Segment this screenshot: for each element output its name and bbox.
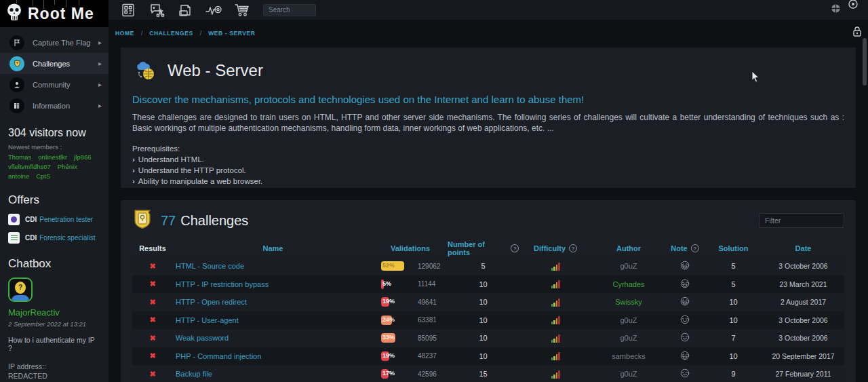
challenge-table: ✖HTML - Source code52%1290625g0uZ53 Octo… bbox=[132, 257, 844, 382]
logo[interactable]: Root Me bbox=[0, 0, 108, 27]
note-cell bbox=[665, 351, 705, 362]
challenge-link[interactable]: HTTP - User-agent bbox=[176, 316, 239, 324]
validation-percent-badge: 17% bbox=[381, 369, 408, 379]
author-link[interactable]: g0uZ bbox=[620, 262, 637, 270]
name-cell: HTTP - User-agent bbox=[173, 316, 373, 324]
chevron-right-icon: ▸ bbox=[98, 102, 102, 109]
difficulty-icon bbox=[551, 316, 560, 324]
date-cell: 20 September 2017 bbox=[762, 352, 844, 360]
note-emoticon-smile bbox=[680, 315, 690, 326]
help-icon[interactable]: ? bbox=[691, 244, 699, 252]
column-header-validations[interactable]: Validations bbox=[373, 244, 448, 252]
offer-item[interactable]: CDI Penetration tester bbox=[8, 214, 100, 225]
challenge-link[interactable]: PHP - Command injection bbox=[176, 352, 261, 360]
validation-percent-badge: 5% bbox=[381, 280, 408, 289]
table-row: ✖PHP - Command injection19%4823710sambec… bbox=[132, 347, 844, 366]
solution-cell: 5 bbox=[705, 262, 762, 270]
flag-icon bbox=[9, 35, 24, 50]
chat-username[interactable]: MajorReactiv bbox=[8, 307, 60, 318]
sidebar-item-capture-the-flag[interactable]: Capture The Flag ▸ bbox=[0, 32, 108, 53]
chat-message: How to i authenticate my IP ? bbox=[8, 336, 100, 352]
sidebar-item-information[interactable]: Information ▸ bbox=[0, 95, 108, 116]
points-cell: 5 bbox=[448, 262, 519, 270]
challenge-link[interactable]: HTML - Source code bbox=[176, 262, 244, 270]
chat-timestamp: 2 September 2022 at 13:21 bbox=[8, 320, 100, 328]
validation-percent-badge: 33% bbox=[381, 333, 408, 343]
breadcrumb-home[interactable]: HOME bbox=[115, 30, 134, 37]
author-link[interactable]: Swissky bbox=[615, 298, 642, 306]
column-header-difficulty[interactable]: Difficulty? bbox=[519, 244, 592, 252]
breadcrumb-challenges[interactable]: CHALLENGES bbox=[149, 30, 193, 37]
solution-cell: 7 bbox=[705, 334, 762, 342]
author-link[interactable]: sambecks bbox=[612, 352, 646, 360]
search-input[interactable] bbox=[263, 4, 316, 16]
help-icon[interactable]: ? bbox=[511, 244, 519, 252]
avatar-face: ? bbox=[15, 282, 26, 294]
column-header-author[interactable]: Author bbox=[592, 244, 665, 252]
solution-cell: 9 bbox=[705, 370, 762, 378]
member-link[interactable]: Phénix bbox=[58, 163, 77, 170]
page-scrollbar[interactable] bbox=[863, 38, 867, 85]
notebook-icon[interactable] bbox=[176, 2, 194, 18]
solution-cell: 10 bbox=[705, 316, 762, 324]
sidebar-item-challenges[interactable]: Challenges ▸ bbox=[0, 53, 108, 74]
qr-badge-icon[interactable] bbox=[119, 2, 137, 18]
difficulty-icon bbox=[551, 280, 560, 288]
result-cell: ✖ bbox=[132, 298, 173, 307]
circle-dot-icon[interactable] bbox=[848, 0, 859, 12]
pulse-target-icon[interactable] bbox=[205, 2, 222, 18]
date-cell: 23 March 2021 bbox=[762, 280, 844, 288]
category-description: These challenges are designed to train u… bbox=[132, 112, 844, 134]
note-cell bbox=[665, 279, 705, 290]
challenge-link[interactable]: Weak password bbox=[176, 334, 229, 342]
column-header-name[interactable]: Name bbox=[173, 244, 373, 252]
challenge-link[interactable]: HTTP - Open redirect bbox=[176, 298, 247, 306]
table-row: ✖HTTP - IP restriction bypass5%1114410Cy… bbox=[132, 275, 844, 294]
shield-icon bbox=[9, 56, 24, 71]
column-header-note[interactable]: Note? bbox=[665, 244, 705, 252]
person-icon bbox=[9, 77, 24, 92]
column-header-points[interactable]: Number of points? bbox=[448, 240, 519, 256]
help-icon[interactable]: ? bbox=[569, 244, 577, 252]
member-link[interactable]: vfleltvmfldhs07 bbox=[8, 163, 51, 170]
difficulty-cell bbox=[519, 334, 592, 343]
mouse-cursor bbox=[751, 71, 760, 86]
globe-icon[interactable] bbox=[831, 3, 841, 16]
column-header-date[interactable]: Date bbox=[762, 244, 844, 252]
note-emoticon-smile bbox=[680, 332, 690, 343]
offer-link[interactable]: Penetration tester bbox=[39, 216, 93, 223]
column-header-solution[interactable]: Solution bbox=[705, 244, 762, 252]
breadcrumb-current[interactable]: WEB - SERVER bbox=[208, 30, 255, 37]
offer-link[interactable]: Forensic specialist bbox=[39, 234, 95, 242]
author-link[interactable]: g0uZ bbox=[620, 334, 637, 342]
offer-type: CDI bbox=[25, 234, 37, 242]
author-cell: g0uZ bbox=[592, 334, 665, 342]
result-cell: ✖ bbox=[132, 351, 173, 360]
author-link[interactable]: g0uZ bbox=[620, 316, 637, 324]
chat-network-icon[interactable] bbox=[148, 2, 165, 18]
lock-icon[interactable] bbox=[852, 26, 863, 40]
sidebar-item-community[interactable]: Community ▸ bbox=[0, 74, 108, 95]
author-link[interactable]: g0uZ bbox=[620, 370, 637, 378]
offer-item[interactable]: CDI Forensic specialist bbox=[8, 232, 100, 244]
prerequisites-label: Prerequisites: bbox=[132, 145, 844, 153]
member-link[interactable]: antoine bbox=[8, 172, 29, 180]
challenge-link[interactable]: HTTP - IP restriction bypass bbox=[176, 280, 269, 288]
member-link[interactable]: jlp866 bbox=[74, 153, 91, 161]
result-cell: ✖ bbox=[132, 262, 173, 271]
points-cell: 10 bbox=[448, 298, 519, 306]
challenge-link[interactable]: Backup file bbox=[176, 370, 212, 378]
author-cell: sambecks bbox=[592, 352, 665, 360]
author-link[interactable]: Cyrhades bbox=[612, 280, 644, 288]
member-link[interactable]: onlinestlkr bbox=[38, 153, 67, 161]
column-header-results[interactable]: Results bbox=[132, 244, 173, 252]
member-link[interactable]: Thomas bbox=[8, 153, 31, 161]
not-validated-icon: ✖ bbox=[149, 334, 155, 343]
filter-input[interactable] bbox=[759, 213, 844, 228]
shopping-cart-icon[interactable] bbox=[233, 2, 251, 18]
validation-count: 85095 bbox=[418, 335, 437, 342]
avatar[interactable]: ? bbox=[8, 278, 33, 302]
points-cell: 10 bbox=[448, 316, 519, 324]
member-link[interactable]: CptS bbox=[36, 172, 50, 180]
brand-name: Root Me bbox=[28, 5, 94, 23]
